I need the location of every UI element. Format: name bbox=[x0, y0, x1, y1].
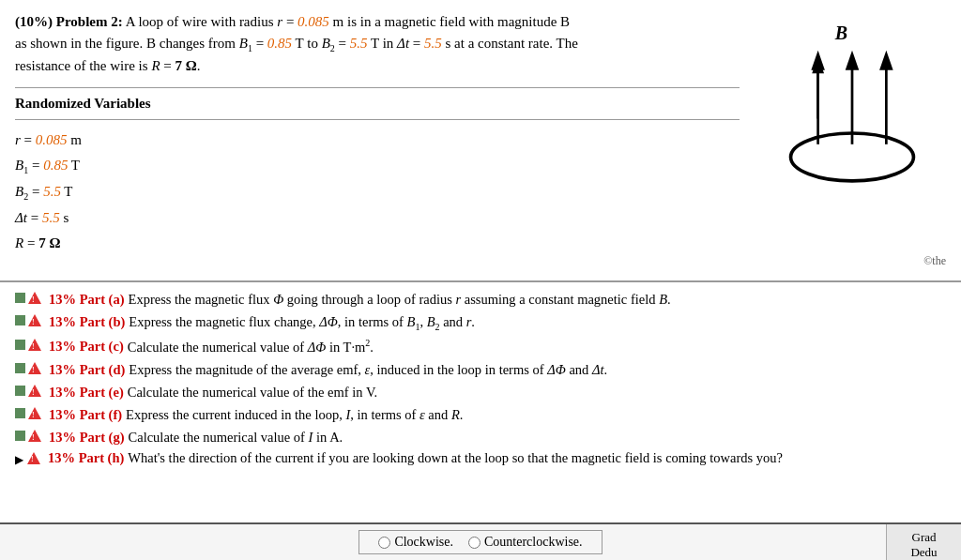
bottom-bar: Clockwise. Counterclockwise. Grad Dedu P… bbox=[0, 522, 961, 560]
var-B1-label: B bbox=[15, 158, 23, 173]
eq2: = bbox=[252, 36, 267, 51]
var-R-unit: Ω bbox=[46, 235, 61, 250]
clockwise-option[interactable]: Clockwise. bbox=[378, 535, 453, 550]
b1-var: B bbox=[239, 36, 248, 51]
eq3: = bbox=[335, 36, 350, 51]
part-icons-f bbox=[15, 405, 45, 419]
part-icons-g bbox=[15, 428, 45, 442]
counterclockwise-radio[interactable] bbox=[468, 537, 480, 549]
var-dt-unit: s bbox=[60, 210, 69, 225]
warn-triangle-a bbox=[28, 292, 41, 304]
part-text-a: Express the magnetic flux Φ going throug… bbox=[129, 290, 671, 310]
var-r-eq: = bbox=[21, 132, 36, 147]
desc2a: m is in a magnetic field with magnitude … bbox=[329, 14, 570, 29]
part-label-c: 13% Part (c) bbox=[49, 337, 124, 356]
var-B2: B2 = 5.5 T bbox=[15, 179, 740, 205]
part-label-d: 13% Part (d) bbox=[49, 360, 125, 380]
var-dt-label: Δt bbox=[15, 210, 27, 225]
part-row-a: 13% Part (a) Express the magnetic flux Φ… bbox=[15, 290, 946, 310]
green-square-a bbox=[15, 293, 25, 303]
warn-triangle-c bbox=[28, 339, 41, 351]
var-B1-unit: T bbox=[68, 158, 80, 173]
part-label-h: 13% Part (h) bbox=[48, 450, 124, 466]
part-row-e: 13% Part (e) Calculate the numerical val… bbox=[15, 383, 946, 402]
desc5: T in bbox=[368, 36, 398, 51]
counterclockwise-option[interactable]: Counterclockwise. bbox=[468, 535, 583, 550]
warn-triangle-e bbox=[28, 385, 41, 397]
var-B1: B1 = 0.85 T bbox=[15, 153, 740, 179]
part-icons-e bbox=[15, 383, 45, 397]
desc7: resistance of the wire is bbox=[15, 58, 151, 73]
part-label-b: 13% Part (b) bbox=[49, 312, 125, 332]
clockwise-radio[interactable] bbox=[378, 537, 390, 549]
period: . bbox=[197, 58, 201, 73]
green-square-c bbox=[15, 340, 25, 350]
part-row-h: ▶ 13% Part (h) What's the direction of t… bbox=[15, 450, 946, 467]
eq-R: = bbox=[160, 58, 175, 73]
part-label-f: 13% Part (f) bbox=[49, 405, 122, 425]
part-text-e: Calculate the numerical value of the emf… bbox=[128, 383, 377, 402]
copyright-text: ©the bbox=[923, 254, 946, 268]
part-text-h: What's the direction of the current if y… bbox=[128, 450, 783, 466]
part-row-f: 13% Part (f) Express the current induced… bbox=[15, 405, 946, 425]
var-B2-val: 5.5 bbox=[43, 184, 61, 199]
b2-var: B bbox=[322, 36, 330, 51]
divider-1 bbox=[15, 87, 740, 88]
part-icons-a bbox=[15, 290, 45, 304]
part-row-c: 13% Part (c) Calculate the numerical val… bbox=[15, 337, 946, 357]
parts-section: 13% Part (a) Express the magnetic flux Φ… bbox=[0, 281, 961, 522]
r-val: 0.085 bbox=[297, 14, 329, 29]
var-R-label: R bbox=[15, 235, 23, 250]
var-B2-eq: = bbox=[28, 184, 43, 199]
part-row-d: 13% Part (d) Express the magnitude of th… bbox=[15, 360, 946, 380]
svg-text:B: B bbox=[834, 23, 847, 43]
green-square-g bbox=[15, 431, 25, 441]
R-val: 7 bbox=[175, 58, 183, 73]
green-square-f bbox=[15, 408, 25, 418]
problem-desc1: A loop of wire with radius bbox=[126, 14, 278, 29]
part-text-b: Express the magnetic flux change, ΔΦ, in… bbox=[129, 312, 475, 334]
warn-triangle-f bbox=[28, 407, 41, 419]
desc4: T to bbox=[292, 36, 322, 51]
var-B1-val: 0.85 bbox=[43, 158, 68, 173]
part-label-a: 13% Part (a) bbox=[49, 290, 125, 310]
part-icons-c bbox=[15, 337, 45, 351]
var-list: r = 0.085 m B1 = 0.85 T B2 = 5.5 T Δt = … bbox=[15, 128, 740, 256]
radio-group: Clockwise. Counterclockwise. bbox=[358, 530, 602, 554]
var-dt: Δt = 5.5 s bbox=[15, 205, 740, 231]
var-B2-unit: T bbox=[61, 184, 73, 199]
warn-triangle-d bbox=[28, 362, 41, 374]
part-text-c: Calculate the numerical value of ΔΦ in T… bbox=[128, 337, 374, 357]
var-dt-eq: = bbox=[27, 210, 42, 225]
grade-box: Grad Dedu Poten bbox=[886, 524, 961, 560]
part-text-d: Express the magnitude of the average emf… bbox=[129, 360, 607, 380]
part-icons-b bbox=[15, 312, 45, 326]
main-container: (10%) Problem 2: A loop of wire with rad… bbox=[0, 0, 961, 560]
green-square-e bbox=[15, 386, 25, 396]
part-text-f: Express the current induced in the loop,… bbox=[126, 405, 463, 425]
warn-triangle-h bbox=[27, 452, 40, 464]
grade-label: Grad bbox=[912, 530, 937, 545]
part-icons-h bbox=[27, 450, 44, 464]
b1-val: 0.85 bbox=[267, 36, 292, 51]
divider-2 bbox=[15, 119, 740, 120]
desc6: s at a constant rate. The bbox=[442, 36, 578, 51]
b2-val: 5.5 bbox=[350, 36, 368, 51]
play-arrow-icon: ▶ bbox=[15, 450, 23, 467]
part-text-g: Calculate the numerical value of I in A. bbox=[129, 428, 343, 447]
dt-val: 5.5 bbox=[424, 36, 442, 51]
right-content: B ©the bbox=[758, 11, 946, 273]
var-R-eq: = bbox=[23, 235, 38, 250]
green-square-d bbox=[15, 363, 25, 373]
var-r: r = 0.085 m bbox=[15, 128, 740, 153]
top-section: (10%) Problem 2: A loop of wire with rad… bbox=[0, 0, 961, 281]
R-unit: Ω bbox=[182, 58, 197, 73]
part-icons-d bbox=[15, 360, 45, 374]
eq1: = bbox=[282, 14, 297, 29]
var-R-val: 7 bbox=[38, 235, 46, 250]
problem-header: (10%) Problem 2: bbox=[15, 14, 123, 29]
R-var: R bbox=[151, 58, 160, 73]
rand-vars-title: Randomized Variables bbox=[15, 96, 740, 112]
svg-marker-6 bbox=[846, 51, 860, 70]
desc3: as shown in the figure. B changes from bbox=[15, 36, 239, 51]
